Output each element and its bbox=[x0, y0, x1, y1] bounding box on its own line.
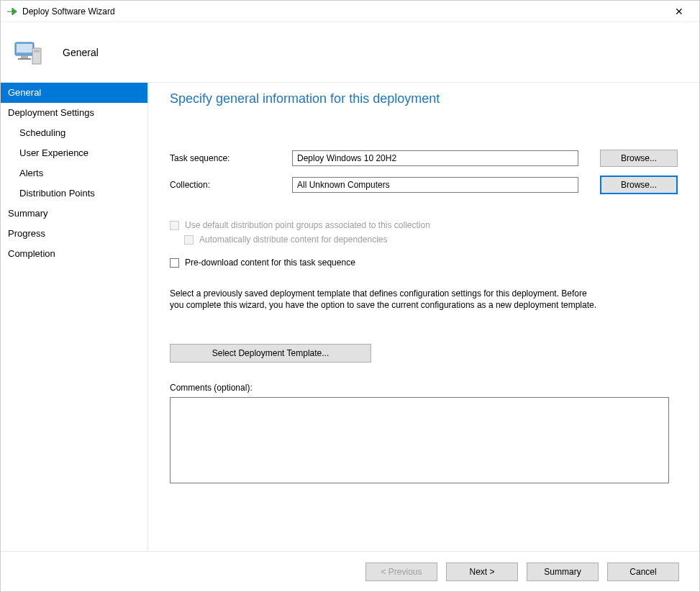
header-band: General bbox=[1, 22, 699, 83]
checkbox-icon bbox=[170, 258, 179, 268]
checkbox-group: Use default distribution point groups as… bbox=[170, 216, 678, 272]
checkbox-predownload[interactable]: Pre-download content for this task seque… bbox=[170, 258, 678, 268]
field-collection[interactable] bbox=[292, 177, 578, 193]
nav-completion[interactable]: Completion bbox=[1, 244, 147, 264]
close-button[interactable]: ✕ bbox=[665, 1, 694, 22]
comments-label: Comments (optional): bbox=[170, 383, 678, 393]
nav-user-experience[interactable]: User Experience bbox=[1, 143, 147, 163]
previous-button: < Previous bbox=[365, 563, 437, 581]
checkbox-icon bbox=[170, 221, 179, 230]
summary-button[interactable]: Summary bbox=[527, 563, 599, 581]
page-title: General bbox=[63, 47, 99, 58]
titlebar: Deploy Software Wizard ✕ bbox=[1, 1, 699, 22]
next-button[interactable]: Next > bbox=[446, 563, 518, 581]
footer-buttons: < Previous Next > Summary Cancel bbox=[1, 551, 699, 591]
nav-scheduling[interactable]: Scheduling bbox=[1, 123, 147, 143]
browse-task-sequence-button[interactable]: Browse... bbox=[600, 150, 678, 167]
comments-field[interactable] bbox=[170, 397, 669, 483]
checkbox-default-dp-label: Use default distribution point groups as… bbox=[185, 220, 430, 230]
sidebar-nav: General Deployment Settings Scheduling U… bbox=[1, 83, 148, 551]
select-template-button[interactable]: Select Deployment Template... bbox=[170, 344, 371, 363]
nav-summary[interactable]: Summary bbox=[1, 204, 147, 224]
label-collection: Collection: bbox=[170, 180, 292, 190]
field-task-sequence[interactable] bbox=[292, 150, 578, 166]
checkbox-icon bbox=[184, 235, 194, 245]
svg-rect-1 bbox=[17, 44, 32, 53]
wizard-page-icon bbox=[11, 35, 45, 70]
cancel-button[interactable]: Cancel bbox=[607, 563, 679, 581]
checkbox-auto-distribute: Automatically distribute content for dep… bbox=[184, 234, 678, 245]
window-title: Deploy Software Wizard bbox=[19, 6, 665, 17]
row-task-sequence: Task sequence: Browse... bbox=[170, 150, 678, 167]
browse-collection-button[interactable]: Browse... bbox=[600, 176, 678, 194]
nav-distribution-points[interactable]: Distribution Points bbox=[1, 183, 147, 204]
svg-rect-5 bbox=[34, 50, 40, 53]
content-panel: Specify general information for this dep… bbox=[148, 83, 699, 551]
template-info-text: Select a previously saved deployment tem… bbox=[170, 288, 601, 311]
wizard-window: Deploy Software Wizard ✕ General General… bbox=[0, 0, 700, 592]
checkbox-default-dp: Use default distribution point groups as… bbox=[170, 220, 678, 230]
nav-deployment-settings[interactable]: Deployment Settings bbox=[1, 103, 147, 123]
close-icon: ✕ bbox=[675, 6, 683, 17]
nav-alerts[interactable]: Alerts bbox=[1, 163, 147, 183]
page-heading: Specify general information for this dep… bbox=[170, 91, 678, 106]
nav-general[interactable]: General bbox=[1, 83, 147, 103]
body: General Deployment Settings Scheduling U… bbox=[1, 83, 699, 551]
label-task-sequence: Task sequence: bbox=[170, 153, 292, 163]
checkbox-auto-distribute-label: Automatically distribute content for dep… bbox=[199, 234, 388, 245]
row-collection: Collection: Browse... bbox=[170, 176, 678, 194]
wizard-arrow-icon bbox=[6, 6, 19, 17]
nav-progress[interactable]: Progress bbox=[1, 224, 147, 244]
checkbox-predownload-label: Pre-download content for this task seque… bbox=[185, 258, 355, 268]
svg-rect-2 bbox=[21, 55, 28, 58]
svg-rect-3 bbox=[18, 58, 31, 60]
